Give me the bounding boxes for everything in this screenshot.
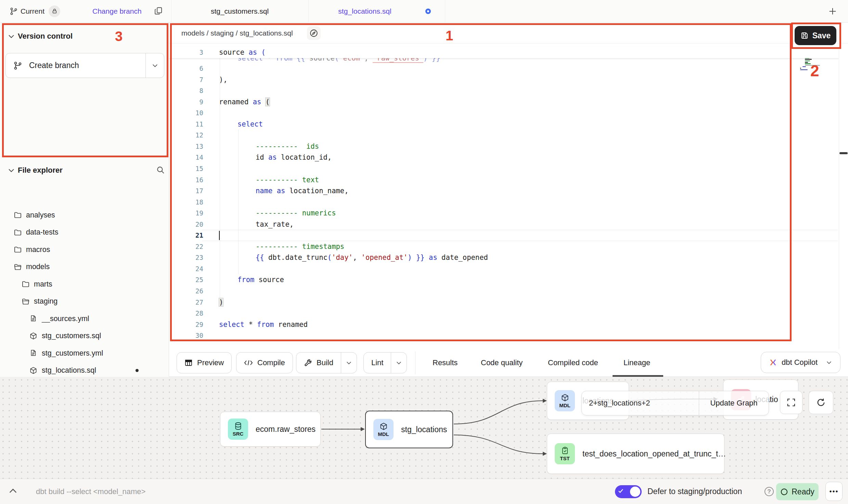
code-line-29[interactable]: 29select * from renamed: [169, 319, 839, 330]
code-line-9[interactable]: 9renamed as (: [169, 96, 839, 108]
code-line-28[interactable]: 28: [169, 308, 839, 319]
file-item-stg_customers.yml[interactable]: stg_customers.yml: [0, 345, 169, 362]
lineage-graph[interactable]: MDL locations locatio 2+stg_locations+2 …: [0, 377, 848, 479]
file-item-models[interactable]: models: [0, 258, 169, 276]
tab-stg-locations-sql[interactable]: stg_locations.sql: [308, 0, 421, 22]
expand-command-bar-icon[interactable]: [9, 488, 17, 493]
version-control-header[interactable]: Version control: [0, 29, 169, 43]
scrollbar-thumb[interactable]: [839, 152, 848, 154]
new-tab-button[interactable]: [828, 6, 837, 16]
code-line-15[interactable]: 15: [169, 163, 839, 174]
dbt-copilot-icon: [769, 358, 778, 367]
lineage-node-ecom-raw-stores[interactable]: SRC ecom.raw_stores: [220, 412, 321, 447]
lineage-node-test[interactable]: TST test_does_location_opened_at_trunc_t…: [547, 434, 724, 474]
folder-icon: [14, 246, 22, 254]
unsaved-changes-dot: [425, 9, 431, 14]
code-line-13[interactable]: 13---------- ids: [169, 141, 839, 152]
chevron-down-icon: [826, 361, 832, 364]
lint-button[interactable]: Lint: [363, 352, 407, 373]
code-line-16[interactable]: 16---------- text: [169, 174, 839, 186]
model-icon: [29, 332, 38, 340]
copy-branch-icon[interactable]: [154, 6, 163, 15]
test-clipboard-icon: [561, 447, 569, 455]
defer-label: Defer to staging/production: [647, 479, 742, 504]
create-branch-button[interactable]: Create branch: [5, 53, 164, 78]
code-line-20[interactable]: 20tax_rate,: [169, 219, 839, 230]
floppy-disk-icon: [800, 31, 809, 40]
dbt-copilot-button[interactable]: dbt Copilot: [761, 352, 840, 373]
file-item-stg_locations.sql[interactable]: stg_locations.sql: [0, 362, 169, 379]
folder-open-icon: [14, 263, 22, 271]
modified-dot: [136, 369, 139, 372]
command-input[interactable]: dbt build --select <model_name>: [36, 479, 145, 504]
status-circle-icon: [780, 488, 788, 496]
tab-stg-customers-sql[interactable]: stg_customers.sql: [171, 0, 308, 22]
defer-toggle[interactable]: [615, 485, 642, 498]
minimap-line: [805, 62, 808, 63]
file-item-stg_customers.sql[interactable]: stg_customers.sql: [0, 328, 169, 345]
code-line-21[interactable]: 21: [169, 230, 839, 241]
code-line-25[interactable]: 25from source: [169, 274, 839, 286]
file-explorer-header[interactable]: File explorer: [0, 163, 169, 177]
minimap-line: [805, 61, 810, 62]
code-line-26[interactable]: 26: [169, 286, 839, 297]
refresh-button[interactable]: [809, 391, 833, 414]
code-line-12[interactable]: 12: [169, 130, 839, 141]
open-lineage-icon[interactable]: [307, 26, 321, 40]
code-line-7[interactable]: 7),: [169, 74, 839, 85]
model-cube-icon: [561, 394, 569, 402]
preview-button[interactable]: Preview: [177, 352, 232, 373]
table-icon: [184, 359, 193, 367]
build-dropdown[interactable]: [341, 353, 357, 373]
lineage-selector-input[interactable]: 2+stg_locations+2: [582, 391, 699, 415]
code-line-14[interactable]: 14id as location_id,: [169, 152, 839, 163]
folder-icon: [14, 228, 22, 237]
update-graph-button[interactable]: Update Graph: [699, 391, 769, 415]
search-icon[interactable]: [156, 165, 165, 174]
code-line-27[interactable]: 27): [169, 297, 839, 308]
folder-icon: [14, 211, 22, 219]
create-branch-dropdown[interactable]: [145, 53, 164, 78]
file-item-data-tests[interactable]: data-tests: [0, 224, 169, 241]
file-item-staging[interactable]: staging: [0, 293, 169, 310]
lineage-node-stg-locations[interactable]: MDL stg_locations: [365, 411, 453, 448]
code-line-10[interactable]: 10: [169, 107, 839, 119]
save-button[interactable]: Save: [795, 26, 836, 45]
lint-dropdown[interactable]: [391, 353, 407, 373]
check-icon: [618, 489, 624, 493]
more-options-button[interactable]: •••: [825, 482, 843, 501]
code-area[interactable]: 3source as (select * from {{ source('eco…: [169, 43, 839, 349]
help-icon[interactable]: ?: [765, 487, 774, 496]
code-line-17[interactable]: 17name as location_name,: [169, 185, 839, 197]
wrench-icon: [304, 359, 312, 367]
code-line-24[interactable]: 24: [169, 263, 839, 275]
code-line-30[interactable]: 30: [169, 330, 839, 341]
file-item-analyses[interactable]: analyses: [0, 207, 169, 224]
fullscreen-button[interactable]: [780, 391, 802, 414]
code-line-11[interactable]: 11select: [169, 119, 839, 130]
status-badge-ready[interactable]: Ready: [776, 483, 819, 500]
file-item-macros[interactable]: macros: [0, 241, 169, 258]
minimap-line: [800, 68, 801, 69]
sticky-context-line: 3source as (: [169, 47, 839, 58]
file-item-marts[interactable]: marts: [0, 276, 169, 293]
editor-scroll-gutter: [839, 23, 839, 349]
file-item-__sources.yml[interactable]: __sources.yml: [0, 310, 169, 327]
tab-results[interactable]: Results: [433, 349, 458, 376]
change-branch-link[interactable]: Change branch: [92, 0, 142, 22]
file-icon: [29, 349, 38, 357]
chevron-down-icon: [8, 34, 14, 38]
compile-button[interactable]: Compile: [236, 352, 293, 373]
code-line-22[interactable]: 22---------- timestamps: [169, 241, 839, 252]
build-button[interactable]: Build: [296, 352, 357, 373]
tab-lineage[interactable]: Lineage: [624, 349, 650, 376]
model-icon: [29, 367, 38, 375]
code-line-5[interactable]: select * from {{ source('ecom', 'raw_sto…: [169, 58, 839, 63]
code-line-19[interactable]: 19---------- numerics: [169, 208, 839, 219]
code-line-23[interactable]: 23{{ dbt.date_trunc('day', 'opened_at') …: [169, 252, 839, 263]
code-line-6[interactable]: 6: [169, 63, 839, 74]
tab-compiled-code[interactable]: Compiled code: [548, 349, 598, 376]
code-line-8[interactable]: 8: [169, 85, 839, 96]
code-line-18[interactable]: 18: [169, 197, 839, 208]
tab-code-quality[interactable]: Code quality: [481, 349, 523, 376]
